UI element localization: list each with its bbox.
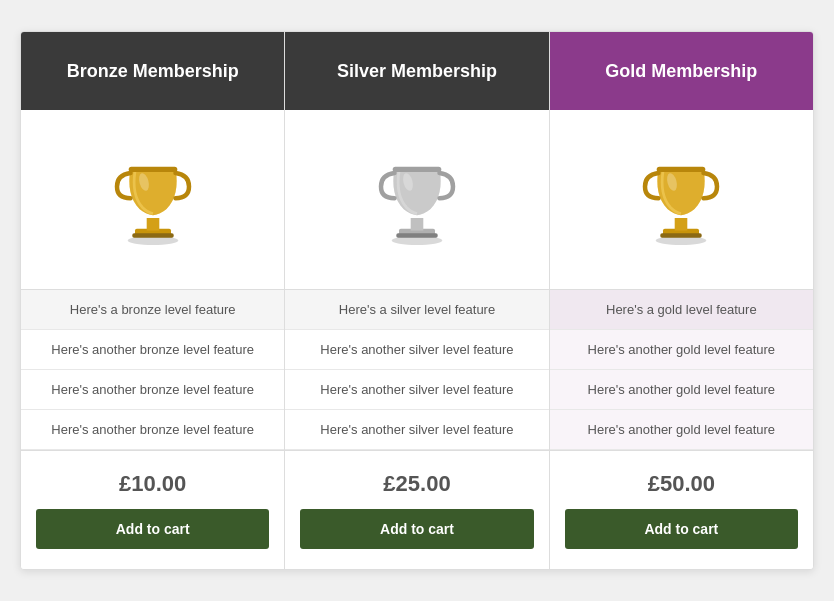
- pricing-table: Bronze Membership Here's a bronze level …: [20, 31, 814, 570]
- bronze-features: Here's a bronze level featureHere's anot…: [21, 290, 284, 450]
- svg-rect-2: [132, 233, 173, 238]
- silver-features: Here's a silver level featureHere's anot…: [285, 290, 548, 450]
- silver-trophy-icon: [285, 110, 548, 290]
- silver-header: Silver Membership: [285, 32, 548, 110]
- bronze-price: £10.00: [119, 471, 186, 497]
- gold-trophy-icon: [550, 110, 813, 290]
- feature-row: Here's another bronze level feature: [21, 370, 284, 410]
- gold-footer: £50.00Add to cart: [550, 450, 813, 569]
- feature-row: Here's another silver level feature: [285, 410, 548, 450]
- svg-rect-15: [675, 218, 688, 231]
- bronze-trophy-icon: [21, 110, 284, 290]
- feature-row: Here's a bronze level feature: [21, 290, 284, 330]
- svg-rect-14: [661, 233, 702, 238]
- silver-add-to-cart-button[interactable]: Add to cart: [300, 509, 533, 549]
- feature-row: Here's another bronze level feature: [21, 410, 284, 450]
- silver-price: £25.00: [383, 471, 450, 497]
- svg-rect-10: [393, 166, 442, 171]
- gold-price: £50.00: [648, 471, 715, 497]
- svg-rect-4: [128, 166, 177, 171]
- svg-rect-3: [146, 218, 159, 231]
- feature-row: Here's another bronze level feature: [21, 330, 284, 370]
- plan-bronze: Bronze Membership Here's a bronze level …: [21, 32, 285, 569]
- feature-row: Here's another silver level feature: [285, 330, 548, 370]
- plan-gold: Gold Membership Here's a gold level feat…: [550, 32, 813, 569]
- bronze-footer: £10.00Add to cart: [21, 450, 284, 569]
- feature-row: Here's a gold level feature: [550, 290, 813, 330]
- bronze-add-to-cart-button[interactable]: Add to cart: [36, 509, 269, 549]
- feature-row: Here's another gold level feature: [550, 330, 813, 370]
- bronze-header: Bronze Membership: [21, 32, 284, 110]
- feature-row: Here's another silver level feature: [285, 370, 548, 410]
- svg-rect-8: [396, 233, 437, 238]
- silver-footer: £25.00Add to cart: [285, 450, 548, 569]
- gold-header: Gold Membership: [550, 32, 813, 110]
- feature-row: Here's another gold level feature: [550, 370, 813, 410]
- feature-row: Here's a silver level feature: [285, 290, 548, 330]
- gold-add-to-cart-button[interactable]: Add to cart: [565, 509, 798, 549]
- feature-row: Here's another gold level feature: [550, 410, 813, 450]
- svg-rect-9: [411, 218, 424, 231]
- plan-silver: Silver Membership Here's a silver level …: [285, 32, 549, 569]
- gold-features: Here's a gold level featureHere's anothe…: [550, 290, 813, 450]
- svg-rect-16: [657, 166, 706, 171]
